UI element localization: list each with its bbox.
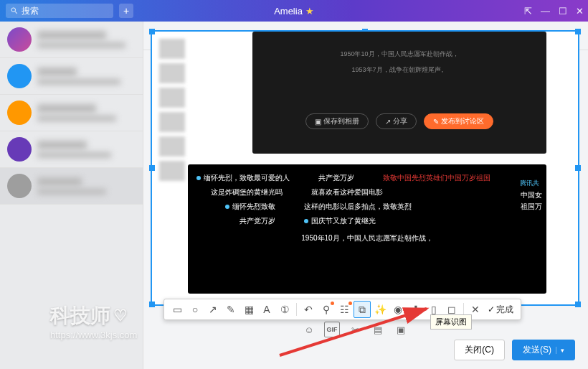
send-button[interactable]: 发送(S)▾ (512, 340, 575, 360)
search-icon (10, 6, 19, 15)
window-title: Amelia★ (274, 6, 314, 17)
contact-item[interactable] (0, 131, 143, 168)
contact-item[interactable] (0, 22, 143, 58)
done-button[interactable]: ✓完成 (485, 304, 516, 316)
number-tool[interactable]: ① (276, 301, 293, 318)
text-tool[interactable]: A (258, 301, 275, 318)
message-toolbar: ☺ GIF ✂ ▤ ▣ (301, 322, 409, 337)
contact-item[interactable] (0, 168, 143, 205)
undo-icon[interactable]: ↶ (300, 301, 317, 318)
minimize-icon[interactable]: — (541, 6, 550, 17)
screenshot-selection[interactable]: 1950年10月，中国人民志愿军赴朝作战， 1953年7月，战争在朝辉煌尾声。 … (151, 30, 579, 306)
publish-button[interactable]: ✎ 发布到讨论区 (424, 113, 493, 129)
circle-tool[interactable]: ○ (186, 301, 204, 318)
file-icon[interactable]: ▤ (370, 322, 386, 337)
watermark: 科技师♡ https://www.3kjs.com (50, 302, 137, 340)
contact-item[interactable] (0, 58, 143, 95)
star-icon: ★ (305, 6, 314, 17)
translate-tool[interactable]: ☷ (336, 301, 353, 318)
tencent-logo: 腾讯共 (520, 179, 539, 188)
close-button[interactable]: 关闭(C) (454, 340, 505, 360)
gif-icon[interactable]: GIF (324, 322, 340, 337)
maximize-icon[interactable]: ☐ (559, 6, 567, 17)
cut-icon[interactable]: ✂ (347, 322, 363, 337)
save-album-button[interactable]: ▣ 保存到相册 (305, 113, 369, 129)
arrow-tool[interactable]: ↗ (204, 301, 222, 318)
search-input[interactable]: 搜索 (6, 4, 113, 18)
chevron-down-icon[interactable]: ▾ (556, 347, 564, 354)
emoji-icon[interactable]: ☺ (301, 322, 317, 337)
heart-icon: ♡ (113, 307, 128, 325)
tooltip: 屏幕识图 (430, 314, 472, 330)
thumbnail-column (159, 39, 185, 185)
contact-item[interactable] (0, 95, 143, 131)
pin-tool[interactable]: ⚲ (318, 301, 335, 318)
ocr-tool[interactable]: ⧉ (354, 301, 371, 318)
video-panel-bottom: 缅怀先烈，致敬最可爱的人共产党万岁致敬中国先烈英雄们中国万岁祖国 这是炸碉堡的黄… (188, 164, 546, 294)
mosaic-tool[interactable]: ▦ (240, 301, 257, 318)
share-button[interactable]: ↗ 分享 (376, 113, 417, 129)
add-button[interactable]: + (119, 4, 133, 18)
rect-tool[interactable]: ▭ (169, 301, 186, 318)
search-placeholder: 搜索 (22, 5, 39, 17)
image-icon[interactable]: ▣ (393, 322, 409, 337)
record-icon[interactable]: ◉ (389, 301, 407, 318)
pin-icon[interactable]: ⇱ (524, 6, 532, 17)
download-icon[interactable]: ⬇ (407, 301, 425, 318)
pen-tool[interactable]: ✎ (222, 301, 240, 318)
auto-tool[interactable]: ✨ (371, 301, 389, 318)
close-icon[interactable]: ✕ (576, 6, 584, 17)
video-panel-top: 1950年10月，中国人民志愿军赴朝作战， 1953年7月，战争在朝辉煌尾声。 … (252, 32, 546, 154)
